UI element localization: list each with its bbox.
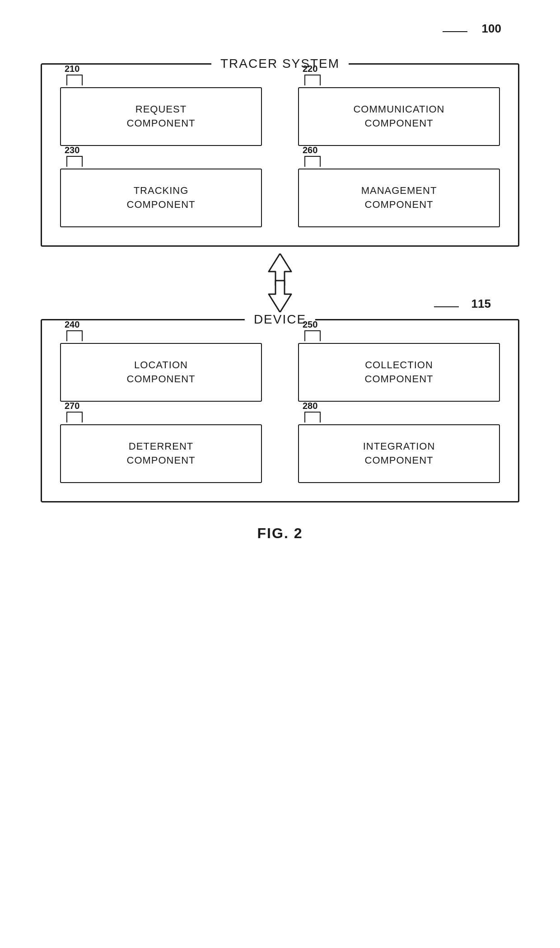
bidirectional-arrow-svg xyxy=(260,253,300,312)
integration-component-text: INTEGRATIONCOMPONENT xyxy=(363,440,435,468)
management-component-box: MANAGEMENTCOMPONENT xyxy=(298,169,500,227)
management-label: 260 xyxy=(303,145,317,155)
location-component-wrapper: 240 LOCATIONCOMPONENT xyxy=(60,343,262,402)
location-component-text: LOCATIONCOMPONENT xyxy=(127,358,196,386)
page-container: 100 TRACER SYSTEM 210 REQUESTCOMPONENT 2… xyxy=(9,9,551,948)
deterrent-notch xyxy=(66,412,83,422)
integration-notch xyxy=(304,412,321,422)
request-component-wrapper: 210 REQUESTCOMPONENT xyxy=(60,87,262,146)
collection-component-text: COLLECTIONCOMPONENT xyxy=(365,358,434,386)
bidirectional-arrow-container xyxy=(260,256,300,310)
integration-label: 280 xyxy=(303,401,317,411)
integration-component-wrapper: 280 INTEGRATIONCOMPONENT xyxy=(298,424,500,483)
communication-component-text: COMMUNICATIONCOMPONENT xyxy=(353,103,444,131)
request-label: 210 xyxy=(65,64,79,74)
request-component-text: REQUESTCOMPONENT xyxy=(127,103,196,131)
location-notch xyxy=(66,330,83,341)
deterrent-label: 270 xyxy=(65,401,79,411)
request-component-box: REQUESTCOMPONENT xyxy=(60,87,262,146)
diagram-ref-number: 100 xyxy=(482,22,501,36)
device-ref-number: 115 xyxy=(471,297,491,311)
deterrent-component-text: DETERRENTCOMPONENT xyxy=(127,440,196,468)
tracking-component-box: TRACKINGCOMPONENT xyxy=(60,169,262,227)
tracking-component-wrapper: 230 TRACKINGCOMPONENT xyxy=(60,169,262,227)
communication-component-box: COMMUNICATIONCOMPONENT xyxy=(298,87,500,146)
tracer-system-title: TRACER SYSTEM xyxy=(211,56,349,71)
location-component-box: LOCATIONCOMPONENT xyxy=(60,343,262,402)
management-notch xyxy=(304,156,321,167)
figure-label: FIG. 2 xyxy=(257,525,303,542)
integration-component-box: INTEGRATIONCOMPONENT xyxy=(298,424,500,483)
collection-notch xyxy=(304,330,321,341)
communication-notch xyxy=(304,75,321,85)
communication-component-wrapper: 220 COMMUNICATIONCOMPONENT xyxy=(298,87,500,146)
deterrent-component-box: DETERRENTCOMPONENT xyxy=(60,424,262,483)
location-label: 240 xyxy=(65,319,79,330)
tracking-component-text: TRACKINGCOMPONENT xyxy=(127,184,196,212)
tracking-label: 230 xyxy=(65,145,79,155)
svg-marker-2 xyxy=(269,281,291,312)
collection-label: 250 xyxy=(303,319,317,330)
communication-label: 220 xyxy=(303,64,317,74)
deterrent-component-wrapper: 270 DETERRENTCOMPONENT xyxy=(60,424,262,483)
request-notch xyxy=(66,75,83,85)
tracking-notch xyxy=(66,156,83,167)
device-components-grid: 240 LOCATIONCOMPONENT 250 COLLECTIONCOMP… xyxy=(60,343,500,483)
management-component-wrapper: 260 MANAGEMENTCOMPONENT xyxy=(298,169,500,227)
collection-component-box: COLLECTIONCOMPONENT xyxy=(298,343,500,402)
management-component-text: MANAGEMENTCOMPONENT xyxy=(361,184,437,212)
device-box: 115 DEVICE 240 LOCATIONCOMPONENT 250 xyxy=(41,319,519,502)
tracer-system-box: TRACER SYSTEM 210 REQUESTCOMPONENT 220 xyxy=(41,63,519,247)
tracer-components-grid: 210 REQUESTCOMPONENT 220 COMMUNICATIONCO… xyxy=(60,87,500,227)
collection-component-wrapper: 250 COLLECTIONCOMPONENT xyxy=(298,343,500,402)
